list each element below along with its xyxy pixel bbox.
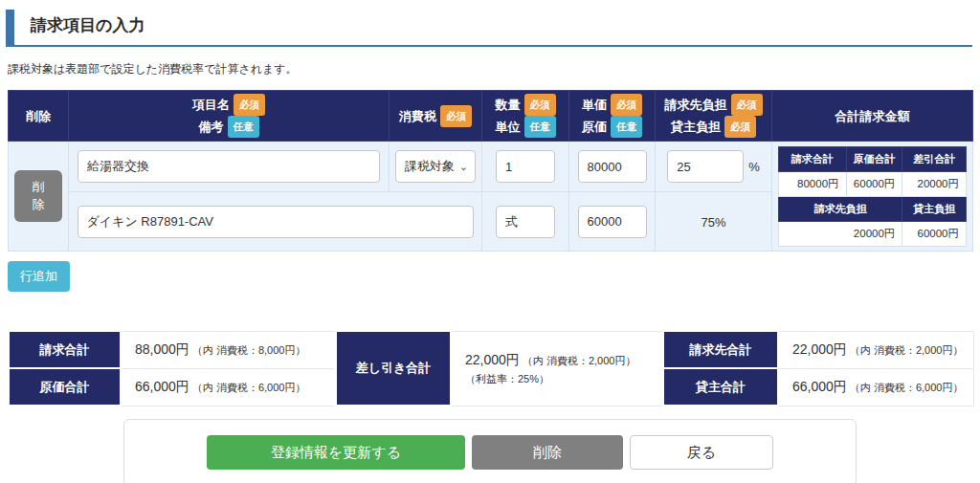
page-title: 請求項目の入力 bbox=[31, 14, 972, 36]
row-billee-burden-header: 請求先負担 bbox=[779, 196, 902, 221]
back-button[interactable]: 戻る bbox=[630, 435, 773, 470]
row-total-billing-header: 請求合計 bbox=[779, 146, 847, 171]
row-landlord-burden-value: 60000円 bbox=[902, 221, 967, 246]
delete-cell: 削除 bbox=[9, 142, 69, 252]
unit-price-input[interactable] bbox=[578, 150, 647, 183]
quantity-input[interactable] bbox=[496, 150, 555, 183]
required-badge: 必須 bbox=[611, 94, 642, 116]
col-header-price-cost: 単価必須 原価任意 bbox=[569, 91, 656, 142]
summary-net-total-value: 22,000円（内 消費税：2,000円） （利益率：25%） bbox=[451, 331, 663, 406]
summary-net-total-label: 差し引き合計 bbox=[336, 331, 451, 406]
row-total-cost-header: 原価合計 bbox=[846, 146, 902, 171]
action-button-box: 登録情報を更新する 削除 戻る bbox=[123, 419, 857, 483]
landlord-burden-cell: 75% bbox=[656, 192, 772, 252]
row-billee-burden-value: 20000円 bbox=[779, 221, 902, 246]
summary-landlord-total-value: 66,000円（内 消費税：6,000円） bbox=[778, 368, 973, 406]
invoice-items-table: 削除 項目名必須 備考任意 消費税必須 数量必須 単位任意 単価必須 原価任意 … bbox=[8, 90, 973, 252]
required-badge: 必須 bbox=[234, 94, 265, 116]
summary-billing-total-label: 請求合計 bbox=[9, 331, 121, 368]
tax-note: 課税対象は表題部で設定した消費税率で計算されます。 bbox=[8, 61, 980, 77]
col-header-burden: 請求先負担必須 貸主負担必須 bbox=[656, 91, 772, 142]
quantity-cell bbox=[482, 142, 569, 192]
percent-suffix: % bbox=[748, 160, 760, 174]
billee-burden-input[interactable] bbox=[667, 150, 744, 183]
delete-row-button[interactable]: 削除 bbox=[14, 170, 62, 222]
row-total-diff-value: 20000円 bbox=[902, 171, 967, 196]
page-title-block: 請求項目の入力 bbox=[6, 10, 972, 47]
item-name-cell bbox=[69, 142, 390, 192]
tax-type-select[interactable]: 課税対象 ⌄ bbox=[395, 150, 476, 183]
col-header-qty-unit: 数量必須 単位任意 bbox=[482, 91, 569, 142]
col-header-item-remarks: 項目名必須 備考任意 bbox=[69, 91, 390, 142]
row-total-billing-value: 80000円 bbox=[779, 171, 847, 196]
cost-input[interactable] bbox=[578, 206, 647, 238]
summary-billee-total-label: 請求先合計 bbox=[663, 331, 778, 368]
row-totals-table: 請求合計 原価合計 差引合計 80000円 60000円 20000円 請求先負… bbox=[778, 146, 967, 247]
required-badge: 必須 bbox=[524, 94, 556, 116]
optional-badge: 任意 bbox=[524, 116, 556, 138]
col-header-total: 合計請求金額 bbox=[772, 91, 973, 142]
remarks-input[interactable] bbox=[78, 206, 474, 238]
required-badge: 必須 bbox=[440, 105, 472, 127]
col-header-tax: 消費税必須 bbox=[390, 91, 482, 142]
update-button[interactable]: 登録情報を更新する bbox=[207, 435, 465, 470]
unit-input[interactable] bbox=[496, 206, 555, 238]
profit-rate: （利益率：25%） bbox=[465, 372, 658, 386]
col-header-delete: 削除 bbox=[9, 91, 69, 142]
optional-badge: 任意 bbox=[611, 116, 642, 138]
items-header-row: 削除 項目名必須 備考任意 消費税必須 数量必須 単位任意 単価必須 原価任意 … bbox=[9, 91, 973, 142]
chevron-down-icon: ⌄ bbox=[459, 161, 468, 173]
row-total-diff-header: 差引合計 bbox=[902, 146, 967, 171]
landlord-burden-value: 75% bbox=[701, 215, 725, 230]
summary-billing-total-value: 88,000円（内 消費税：8,000円） bbox=[121, 331, 336, 368]
billee-burden-cell: % bbox=[656, 142, 772, 192]
summary-cost-total-label: 原価合計 bbox=[9, 368, 121, 406]
tax-cell: 課税対象 ⌄ bbox=[390, 142, 482, 192]
cost-cell bbox=[569, 192, 656, 252]
summary-table: 請求合計 88,000円（内 消費税：8,000円） 差し引き合計 22,000… bbox=[8, 330, 974, 406]
delete-button[interactable]: 削除 bbox=[472, 435, 623, 470]
summary-landlord-total-label: 貸主合計 bbox=[663, 368, 778, 406]
unit-price-cell bbox=[569, 142, 656, 192]
row-totals-cell: 請求合計 原価合計 差引合計 80000円 60000円 20000円 請求先負… bbox=[772, 142, 973, 252]
add-row-button[interactable]: 行追加 bbox=[8, 261, 70, 292]
unit-cell bbox=[482, 192, 569, 252]
required-badge: 必須 bbox=[724, 116, 756, 138]
tax-type-selected-value: 課税対象 bbox=[405, 158, 455, 175]
summary-billee-total-value: 22,000円（内 消費税：2,000円） bbox=[778, 331, 973, 368]
required-badge: 必須 bbox=[731, 94, 763, 116]
item-name-input[interactable] bbox=[78, 150, 380, 183]
row-landlord-burden-header: 貸主負担 bbox=[902, 196, 967, 221]
summary-cost-total-value: 66,000円（内 消費税：6,000円） bbox=[121, 368, 336, 406]
remarks-cell bbox=[69, 192, 482, 252]
item-row-top: 削除 課税対象 ⌄ % bbox=[9, 142, 973, 192]
row-total-cost-value: 60000円 bbox=[846, 171, 902, 196]
optional-badge: 任意 bbox=[228, 116, 259, 138]
